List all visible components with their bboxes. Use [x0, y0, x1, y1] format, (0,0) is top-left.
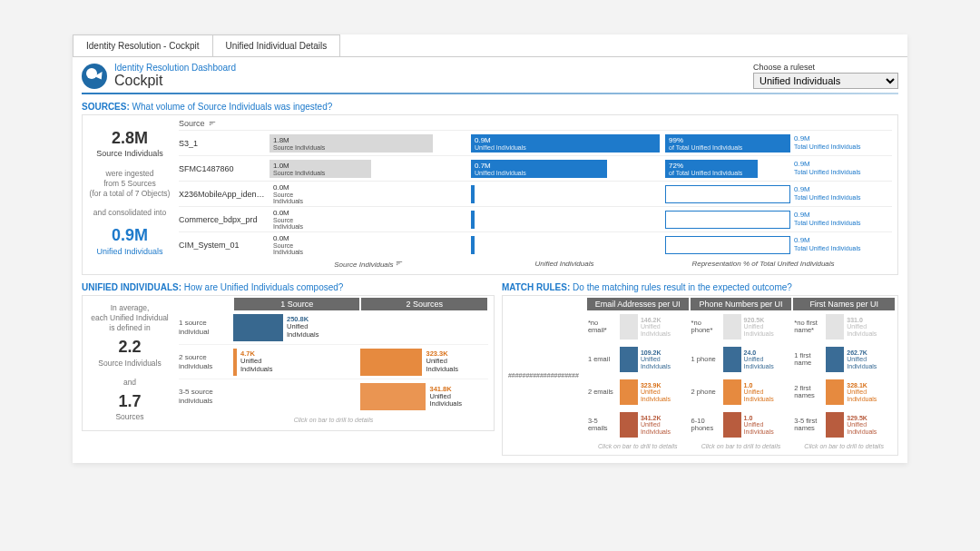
- match-row[interactable]: 2 emails 323.9KUnifiedIndividuals: [588, 376, 688, 408]
- source-si-cell[interactable]: 0.0MSource Individuals: [270, 182, 467, 206]
- match-bar: [826, 347, 844, 372]
- match-row[interactable]: 6-10 phones 1.0UnifiedIndividuals: [691, 408, 791, 441]
- source-rep-cell[interactable]: 99%of Total Unified Individuals: [665, 132, 792, 155]
- match-bar: [826, 412, 844, 438]
- source-name: S3_1: [179, 139, 270, 148]
- source-rep-cell[interactable]: [665, 233, 792, 257]
- match-row[interactable]: *no email* 146.2KUnifiedIndividuals: [588, 310, 688, 343]
- match-row-label: *no first name*: [794, 320, 825, 335]
- kpi-line: each Unified Individual: [88, 313, 172, 323]
- source-row: S3_1 1.8MSource Individuals 0.9MUnified …: [179, 130, 892, 155]
- footer-ui: Unified Individuals: [467, 260, 662, 269]
- source-ui-cell[interactable]: 0.9MUnified Individuals: [471, 132, 662, 155]
- sources-panel: 2.8M Source Individuals were ingested fr…: [82, 114, 898, 275]
- match-bar: [723, 347, 741, 372]
- match-block: *no email* 146.2KUnifiedIndividuals1 ema…: [586, 310, 690, 441]
- header: Identity Resolution Dashboard Cockpit Ch…: [73, 57, 907, 91]
- unified-cell-2[interactable]: 323.3KUnifiedIndividuals: [360, 345, 487, 379]
- match-block: *no first name* 331.0UnifiedIndividuals1…: [792, 310, 896, 441]
- source-si-cell[interactable]: 1.0MSource Individuals: [270, 157, 467, 181]
- source-ui-cell[interactable]: [471, 233, 662, 257]
- tab-individual-details[interactable]: Unified Inidividual Details: [212, 34, 341, 56]
- kpi-line: (for a total of 7 Objects): [88, 189, 172, 199]
- content: SOURCES: What volume of Source Individua…: [73, 98, 907, 463]
- match-value: 146.2KUnifiedIndividuals: [641, 317, 671, 337]
- match-bar: [826, 379, 844, 405]
- unified-cell-2[interactable]: [360, 310, 487, 344]
- match-row[interactable]: 1 phone 24.0UnifiedIndividuals: [691, 343, 791, 376]
- match-row[interactable]: *no phone* 920.5KUnifiedIndividuals: [691, 310, 791, 343]
- match-row-label: 1 first name: [794, 352, 825, 368]
- unified-row-label: 3-5 source individuals: [179, 388, 233, 405]
- source-rep-cell[interactable]: [665, 208, 792, 231]
- source-si-cell[interactable]: 1.8MSource Individuals: [270, 132, 467, 155]
- match-row-label: 1 phone: [691, 356, 722, 363]
- mr-col-name[interactable]: First Names per UI: [793, 298, 895, 310]
- match-bar: [620, 314, 638, 339]
- unified-row: 1 source individual 250.8KUnifiedIndivid…: [179, 310, 488, 345]
- source-ui-cell[interactable]: 0.7MUnified Individuals: [471, 157, 662, 181]
- dashboard-window: Identity Resolution - Cockpit Unified In…: [73, 34, 907, 463]
- unified-cell-1[interactable]: 4.7KUnifiedIndividuals: [233, 345, 360, 379]
- kpi-si-value: 2.2: [88, 337, 172, 358]
- match-row-label: 6-10 phones: [691, 418, 722, 433]
- tab-cockpit[interactable]: Identity Resolution - Cockpit: [73, 34, 213, 56]
- match-value: 328.1KUnifiedIndividuals: [847, 382, 877, 402]
- match-value: 920.5KUnifiedIndividuals: [744, 317, 774, 337]
- unified-kpi: In average, each Unified Individual is d…: [84, 298, 175, 428]
- unified-cell-2[interactable]: 341.8KUnifiedIndividuals: [360, 379, 487, 414]
- header-divider: [82, 93, 898, 94]
- match-row[interactable]: 3-5 emails 341.2KUnifiedIndividuals: [588, 408, 688, 441]
- match-row-label: 2 first names: [794, 385, 825, 400]
- match-value: 331.0UnifiedIndividuals: [847, 317, 877, 337]
- identity-logo-icon: [82, 64, 107, 89]
- match-row[interactable]: 2 first names 328.1KUnifiedIndividuals: [794, 376, 894, 408]
- ruleset-picker: Choose a ruleset Unified Individuals: [753, 63, 898, 89]
- unified-cell-1[interactable]: [233, 379, 360, 414]
- match-row[interactable]: *no first name* 331.0UnifiedIndividuals: [794, 310, 894, 343]
- match-row[interactable]: 1 first name 262.7KUnifiedIndividuals: [794, 343, 894, 376]
- source-total-cell: 0.9MTotal Unified Individuals: [794, 233, 867, 257]
- match-row-label: 2 phone: [691, 389, 722, 396]
- match-hash-label: ####################: [505, 298, 586, 453]
- mr-col-phone[interactable]: Phone Numbers per UI: [691, 298, 792, 310]
- match-value: 109.2KUnifiedIndividuals: [641, 349, 671, 369]
- ui-col-2[interactable]: 2 Sources: [361, 298, 486, 310]
- mr-col-email[interactable]: Email Addresses per UI: [587, 298, 689, 310]
- footer-si: Source Individuals: [334, 261, 393, 269]
- source-si-cell[interactable]: 0.0MSource Individuals: [270, 233, 467, 257]
- unified-row: 3-5 source individuals 341.8KUnifiedIndi…: [179, 379, 488, 414]
- source-si-cell[interactable]: 0.0MSource Individuals: [270, 208, 467, 231]
- ruleset-select[interactable]: Unified Individuals: [753, 73, 898, 89]
- match-row-label: 1 email: [588, 356, 619, 363]
- source-ui-cell[interactable]: [471, 182, 662, 206]
- match-row[interactable]: 1 email 109.2KUnifiedIndividuals: [588, 343, 688, 376]
- match-row[interactable]: 3-5 first names 329.5KUnifiedIndividuals: [794, 408, 894, 441]
- unified-panel: In average, each Unified Individual is d…: [82, 295, 495, 431]
- kpi-line: In average,: [88, 303, 172, 313]
- kpi-line: were ingested: [88, 169, 172, 179]
- sources-footer: Source Individuals Unified Individuals R…: [179, 257, 892, 269]
- unified-cell-1[interactable]: 250.8KUnifiedIndividuals: [233, 310, 360, 344]
- kpi-si-label: Source Individuals: [88, 359, 172, 369]
- source-row: CIM_System_01 0.0MSource Individuals 0.9…: [179, 231, 892, 257]
- match-row[interactable]: 2 phone 1.0UnifiedIndividuals: [691, 376, 791, 408]
- unified-chart: 1 Source 2 Sources 1 source individual 2…: [175, 298, 492, 428]
- source-rep-cell[interactable]: 72%of Total Unified Individuals: [665, 157, 792, 181]
- source-rep-cell[interactable]: [665, 182, 792, 206]
- ruleset-label: Choose a ruleset: [753, 63, 898, 72]
- sort-icon[interactable]: [209, 120, 216, 127]
- source-ui-cell[interactable]: [471, 208, 662, 231]
- source-row: SFMC1487860 1.0MSource Individuals 0.7MU…: [179, 155, 892, 181]
- match-bar: [723, 314, 741, 339]
- unified-row-label: 2 source individuals: [179, 353, 233, 370]
- match-row-label: *no phone*: [691, 320, 722, 335]
- sort-icon[interactable]: [396, 260, 403, 267]
- match-row-label: 2 emails: [588, 389, 619, 396]
- col-source[interactable]: Source: [179, 119, 205, 128]
- source-row: Commerce_bdpx_prd 0.0MSource Individuals…: [179, 206, 892, 231]
- ui-col-1[interactable]: 1 Source: [234, 298, 359, 310]
- sources-table: Source S3_1 1.8MSource Individuals 0.9MU…: [175, 117, 896, 269]
- page-title: Cockpit: [114, 73, 753, 89]
- kpi-line: and consolidated into: [88, 208, 172, 218]
